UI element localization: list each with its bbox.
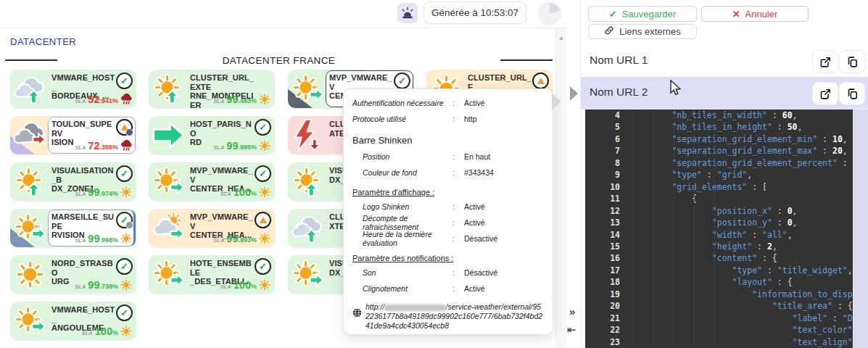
service-tile[interactable]: CLUSTER_URL_EXTE RNE_MONTPELIERSLA99.483…: [149, 70, 275, 108]
status-ok-badge: ✓: [394, 72, 410, 89]
url-item-label: Nom URL 1: [590, 54, 648, 67]
sla-value: SLA99.995%: [213, 140, 270, 152]
copy-url-button[interactable]: [839, 82, 865, 105]
tooltip-arrow-icon: [552, 94, 561, 109]
service-tile[interactable]: TOULON_SUPERV ISIONSLA72.356%: [10, 116, 136, 154]
code-line[interactable]: 6 "separation_grid_element_min" : 10,: [585, 133, 853, 145]
line-number: 11: [585, 193, 632, 204]
title-rule-right: [500, 59, 553, 61]
code-line[interactable]: 16 "content" : {: [585, 252, 853, 264]
cancel-button[interactable]: ✕ Annuler: [701, 6, 809, 22]
check-icon: ✓: [609, 9, 617, 20]
url-item-1[interactable]: Nom URL 1: [581, 45, 868, 78]
tab-datacenter[interactable]: DATACENTER: [10, 36, 76, 47]
code-line[interactable]: 23 "text_align": [585, 336, 853, 348]
copy-url-button[interactable]: [839, 50, 865, 73]
dashboard-scrollbar[interactable]: ▲: [555, 28, 566, 348]
line-number: 21: [585, 312, 632, 324]
line-number: 23: [585, 336, 632, 348]
line-number: 7: [585, 145, 632, 157]
scroll-up-icon[interactable]: ▲: [556, 34, 566, 41]
open-url-button[interactable]: [812, 82, 838, 105]
sun-icon: [13, 257, 47, 291]
code-line[interactable]: 20 "title_area" : {: [585, 300, 853, 312]
sla-value: SLA99.998%: [75, 233, 132, 244]
sun-up-icon: [152, 72, 186, 106]
sun-mini-icon: [120, 186, 132, 198]
code-line[interactable]: 4 "nb_tiles_in_width" : 60,: [585, 109, 853, 121]
service-tile[interactable]: VMWARE_HOST_ BORDEAUX_...SLA52.941%✓: [10, 70, 136, 108]
sun-right-icon: [13, 304, 47, 338]
url-config-panel: ✓ Sauvegarder ✕ Annuler Liens externes N…: [580, 0, 868, 348]
tooltip-property-row: Son:Désactivé: [352, 265, 544, 281]
link-icon: [604, 25, 614, 38]
status-ok-badge: ✓: [255, 119, 271, 136]
code-line[interactable]: 17 "type" : "title_widget",: [585, 265, 853, 276]
status-ok-badge: ✓: [116, 258, 133, 275]
x-icon: ✕: [732, 9, 740, 20]
indent-guide: [714, 109, 715, 348]
code-line[interactable]: 21 "label" : "DA: [585, 312, 853, 324]
service-tile[interactable]: MVP_VMWARE_V CENTER_HEA...SLA99.993%: [149, 209, 275, 247]
sun-mini-icon: [259, 186, 270, 198]
service-url-row: http:///service-weather/external/9522361…: [352, 302, 544, 331]
line-number: 22: [585, 324, 632, 336]
generated-time-button[interactable]: Générée à 10:53:07: [423, 1, 526, 24]
alarm-toggle-button[interactable]: [397, 3, 418, 23]
code-editor[interactable]: 4 "nb_tiles_in_width" : 60,5 "nb_tiles_i…: [585, 109, 853, 348]
code-line[interactable]: 13 "position_y" : 0,: [585, 217, 853, 228]
pin-panel-icon[interactable]: ⇤: [567, 323, 576, 336]
service-tile[interactable]: HOTE_ENSEMBLE _DES_ETABLI...SLA100%✓: [149, 255, 275, 294]
rain-mini-icon: [120, 94, 132, 105]
line-number: 8: [585, 157, 632, 169]
save-button[interactable]: ✓ Sauvegarder: [588, 6, 697, 22]
sun-right-icon: [291, 72, 325, 106]
url-item-2[interactable]: Nom URL 2: [581, 77, 868, 109]
redacted-host: [384, 304, 445, 311]
rain-mini-icon: [120, 140, 132, 152]
service-tile[interactable]: NORD_STRASBO URGSLA99.738%✓: [10, 255, 136, 294]
sla-value: SLA100%: [220, 279, 270, 291]
open-url-button[interactable]: [812, 50, 838, 73]
code-line[interactable]: 10 "grid_elements" : [: [585, 181, 853, 193]
sla-value: SLA99.483%: [213, 94, 270, 105]
refresh-timer-icon[interactable]: [538, 2, 561, 25]
service-tile[interactable]: MARSEILLE_SUPE RVISIONSLA99.998%✓: [10, 209, 136, 247]
service-tile[interactable]: MVP_VMWARE_V CENTER_HEA...SLA100%✓: [149, 162, 275, 201]
sun-mini-icon: [259, 140, 270, 152]
sun-mini-icon: [259, 94, 270, 105]
code-line[interactable]: 12 "position_x" : 0,: [585, 205, 853, 217]
service-tile[interactable]: VMWARE_HOST_ ANGOULEMESLA100%✓: [10, 302, 136, 340]
service-tile[interactable]: VISUALISATION_B DX_ZONE1SLA99.974%✓: [10, 162, 136, 201]
status-warning-badge: [116, 119, 133, 136]
code-line[interactable]: 8 "separation_grid_element_percent" :: [585, 157, 853, 169]
code-line[interactable]: 14 "width" : "all",: [585, 229, 853, 241]
status-ok-badge: ✓: [255, 258, 271, 275]
dashboard-topbar: Générée à 10:53:07: [0, 0, 567, 28]
code-line[interactable]: 7 "separation_grid_element_max" : 20,: [585, 145, 853, 157]
tooltip-property-row: Clignotement:Activé: [352, 281, 544, 297]
code-line[interactable]: 11 {: [585, 193, 853, 204]
sun-up-icon: [13, 165, 47, 199]
code-line[interactable]: 5 "nb_tiles_in_height" : 50,: [585, 121, 853, 133]
dashboard-title-row: DATACENTER FRANCE: [0, 54, 555, 67]
service-tile[interactable]: HOST_PARIS_NO RDSLA99.995%✓: [149, 116, 275, 154]
tooltip-property-row: Couleur de fond:#343434: [352, 165, 544, 181]
editor-scrollbar[interactable]: [853, 109, 868, 348]
tooltip-property-row: Logo Shinken:Activé: [352, 199, 544, 215]
sla-value: SLA100%: [82, 326, 132, 337]
status-ok-badge: ✓: [255, 165, 271, 182]
code-line[interactable]: 15 "height" : 2,: [585, 241, 853, 252]
url-item-label: Nom URL 2: [590, 86, 648, 99]
code-line[interactable]: 19 "information_to_disp: [585, 289, 853, 300]
code-line[interactable]: 9 "type" : "grid",: [585, 169, 853, 181]
collapse-panel-icon[interactable]: »: [569, 305, 575, 318]
status-warning-badge: [532, 72, 549, 89]
line-number: 12: [585, 205, 632, 217]
sla-value: SLA99.974%: [75, 186, 132, 198]
code-line[interactable]: 18 "layout" : {: [585, 276, 853, 288]
external-links-button[interactable]: Liens externes: [588, 24, 697, 39]
code-line[interactable]: 22 "text_color": [585, 324, 853, 336]
status-ok-badge: ✓: [116, 212, 133, 228]
line-number: 13: [585, 217, 632, 228]
